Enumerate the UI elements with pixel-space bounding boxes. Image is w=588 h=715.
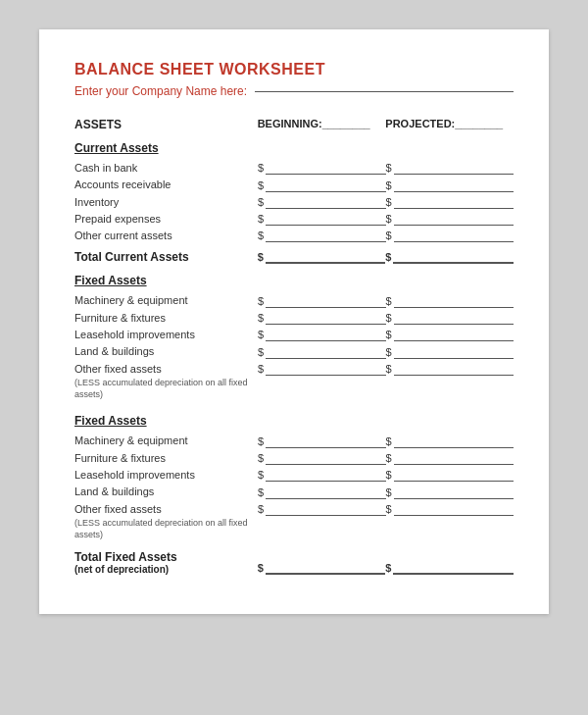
fixed-assets-1-heading: Fixed Assets (74, 274, 514, 287)
table-row: Furniture & fixtures $ $ (74, 451, 514, 465)
projected-field[interactable]: $ (386, 161, 514, 175)
total-projected-field[interactable]: $ (385, 248, 514, 264)
total-fixed-assets-row: Total Fixed Assets (net of depreciation)… (74, 550, 514, 575)
company-name-line[interactable] (255, 91, 514, 92)
projected-field[interactable]: $ (386, 328, 514, 341)
projected-col-header: PROJECTED:________ (385, 118, 514, 131)
beginning-field[interactable]: $ (258, 434, 386, 448)
beginning-field[interactable]: $ (258, 362, 386, 376)
projected-field[interactable]: $ (386, 434, 514, 448)
projected-field[interactable]: $ (386, 345, 514, 359)
projected-field[interactable]: $ (386, 502, 514, 516)
other-fixed-assets-1-block: Other fixed assets $ $ (LESS accumulated… (74, 362, 514, 405)
assets-col-header: ASSETS (74, 118, 258, 131)
row-label: Inventory (74, 195, 258, 209)
table-row: Cash in bank $ $ (74, 161, 514, 175)
current-assets-heading: Current Assets (74, 141, 514, 155)
row-label: Land & buildings (74, 344, 258, 358)
table-row: Machinery & equipment $ $ (74, 293, 514, 307)
projected-field[interactable]: $ (386, 311, 514, 325)
row-label: Machinery & equipment (74, 293, 258, 307)
projected-field[interactable]: $ (386, 212, 514, 226)
projected-field[interactable]: $ (386, 229, 514, 242)
page-title: BALANCE SHEET WORKSHEET (74, 61, 514, 78)
table-row: Prepaid expenses $ $ (74, 212, 514, 226)
table-row: Furniture & fixtures $ $ (74, 311, 514, 325)
subtitle-label: Enter your Company Name here: (74, 84, 247, 98)
projected-field[interactable]: $ (386, 179, 514, 192)
beginning-field[interactable]: $ (258, 311, 386, 325)
total-beginning-field[interactable]: $ (258, 559, 386, 575)
table-row: Accounts receivable $ $ (74, 178, 514, 191)
row-label: Cash in bank (74, 161, 258, 175)
table-row: Other fixed assets $ $ (74, 502, 514, 516)
table-row: Land & buildings $ $ (74, 485, 514, 498)
row-label: Accounts receivable (74, 178, 258, 191)
table-row: Other current assets $ $ (74, 229, 514, 242)
total-fixed-assets-sub-label: (net of depreciation) (74, 564, 258, 575)
total-fixed-assets-main-label: Total Fixed Assets (74, 550, 258, 564)
projected-field[interactable]: $ (386, 294, 514, 308)
beginning-field[interactable]: $ (258, 485, 386, 499)
row-label: Leasehold improvements (74, 328, 258, 341)
projected-field[interactable]: $ (386, 195, 514, 209)
table-row: Leasehold improvements $ $ (74, 468, 514, 482)
beginning-field[interactable]: $ (258, 328, 386, 341)
beginning-field[interactable]: $ (258, 212, 386, 226)
fixed-assets-2-heading: Fixed Assets (74, 414, 514, 428)
row-label: Leasehold improvements (74, 468, 258, 482)
worksheet-page: BALANCE SHEET WORKSHEET Enter your Compa… (39, 29, 549, 614)
beginning-field[interactable]: $ (258, 229, 386, 242)
table-row: Inventory $ $ (74, 195, 514, 209)
projected-field[interactable]: $ (386, 468, 514, 482)
projected-field[interactable]: $ (386, 451, 514, 465)
company-subtitle: Enter your Company Name here: (74, 84, 514, 98)
other-fixed-assets-2-block: Other fixed assets $ $ (LESS accumulated… (74, 502, 514, 545)
row-label: Furniture & fixtures (74, 311, 258, 325)
other-fixed-assets-note: (LESS accumulated depreciation on all fi… (74, 378, 270, 400)
total-projected-field[interactable]: $ (385, 559, 514, 575)
table-row: Other fixed assets $ $ (74, 362, 514, 376)
total-beginning-field[interactable]: $ (258, 248, 386, 264)
beginning-field[interactable]: $ (258, 195, 386, 209)
beginning-field[interactable]: $ (258, 451, 386, 465)
row-label: Other fixed assets (74, 362, 258, 376)
projected-field[interactable]: $ (386, 362, 514, 376)
beginning-field[interactable]: $ (258, 294, 386, 308)
row-label: Prepaid expenses (74, 212, 258, 226)
beginning-col-header: BEGINNING:________ (258, 118, 386, 131)
beginning-field[interactable]: $ (258, 468, 386, 482)
table-row: Leasehold improvements $ $ (74, 328, 514, 341)
total-current-assets-label: Total Current Assets (74, 250, 258, 264)
row-label: Other current assets (74, 229, 258, 242)
row-label: Furniture & fixtures (74, 451, 258, 465)
beginning-field[interactable]: $ (258, 502, 386, 516)
row-label: Machinery & equipment (74, 434, 258, 447)
total-current-assets-row: Total Current Assets $ $ (74, 248, 514, 264)
total-fixed-assets-label: Total Fixed Assets (net of depreciation) (74, 550, 258, 575)
beginning-field[interactable]: $ (258, 179, 386, 192)
column-headers: ASSETS BEGINNING:________ PROJECTED:____… (74, 118, 514, 131)
row-label: Other fixed assets (74, 502, 258, 516)
row-label: Land & buildings (74, 485, 258, 498)
beginning-field[interactable]: $ (258, 161, 386, 175)
projected-field[interactable]: $ (386, 485, 514, 499)
beginning-field[interactable]: $ (258, 345, 386, 359)
other-fixed-assets-2-note: (LESS accumulated depreciation on all fi… (74, 518, 270, 540)
table-row: Land & buildings $ $ (74, 344, 514, 358)
table-row: Machinery & equipment $ $ (74, 434, 514, 447)
